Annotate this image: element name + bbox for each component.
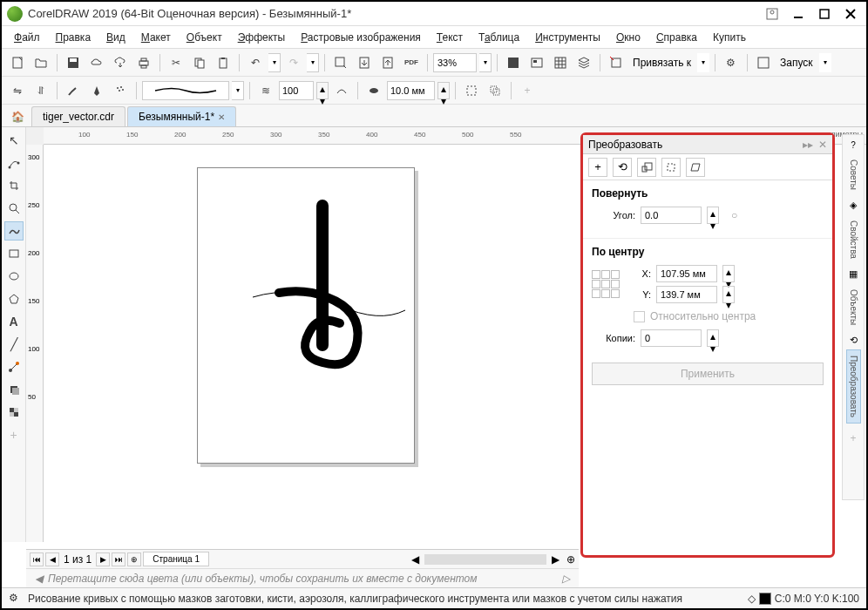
zoom-input[interactable]	[433, 53, 477, 72]
grid-button[interactable]	[550, 52, 571, 73]
transform-skew-icon[interactable]	[686, 158, 705, 177]
anchor-grid[interactable]	[592, 270, 620, 298]
page-first-icon[interactable]: ⏮	[30, 552, 44, 566]
menu-file[interactable]: Файл	[7, 29, 47, 46]
smoothing-icon[interactable]	[331, 80, 352, 101]
minimize-button[interactable]	[788, 5, 809, 23]
nib-size-spinner[interactable]: ▴▾	[437, 82, 450, 99]
vtab-objects[interactable]: Объекты	[846, 283, 861, 331]
spray-tool-icon[interactable]	[110, 80, 131, 101]
vertical-ruler[interactable]: 300 250 200 150 100 50	[26, 145, 44, 542]
docker-transform-icon[interactable]: ⟲	[850, 335, 858, 346]
bounding-box-icon[interactable]	[461, 80, 482, 101]
docker-close-icon[interactable]: ✕	[818, 139, 827, 151]
menu-text[interactable]: Текст	[430, 29, 470, 46]
transform-rotate-icon[interactable]: ⟲	[613, 158, 632, 177]
ellipse-tool[interactable]	[4, 267, 24, 286]
options-button[interactable]: ⚙	[721, 52, 742, 73]
x-spinner[interactable]: ▴▾	[722, 265, 735, 282]
undo-dropdown[interactable]: ▾	[268, 53, 281, 72]
palette-next-icon[interactable]: ▷	[562, 573, 570, 585]
cloud-down-button[interactable]	[110, 52, 131, 73]
paste-button[interactable]	[213, 52, 234, 73]
menu-help[interactable]: Справка	[649, 29, 704, 46]
hscroll-left-icon[interactable]: ◀	[411, 553, 419, 566]
snap-label[interactable]: Привязать к	[629, 57, 695, 69]
menu-view[interactable]: Вид	[99, 29, 132, 46]
connector-tool[interactable]	[4, 357, 24, 376]
add-preset-icon[interactable]: +	[517, 80, 538, 101]
shadow-tool[interactable]	[4, 380, 24, 399]
undo-button[interactable]: ↶	[245, 52, 266, 73]
cloud-button[interactable]	[86, 52, 107, 73]
status-gear-icon[interactable]: ⚙	[9, 592, 23, 606]
angle-direction-icon[interactable]: ○	[731, 209, 737, 221]
page-last-icon[interactable]: ⏭	[112, 552, 125, 566]
palette-prev-icon[interactable]: ◀	[35, 573, 43, 585]
close-button[interactable]	[840, 5, 861, 23]
page-next-icon[interactable]: ▶	[96, 552, 110, 566]
brush-tool-icon[interactable]	[63, 80, 84, 101]
print-button[interactable]	[133, 52, 154, 73]
hscroll-track[interactable]	[424, 554, 546, 565]
copies-spinner[interactable]: ▴▾	[707, 329, 719, 347]
add-docker-icon[interactable]: +	[850, 432, 856, 444]
x-input[interactable]	[656, 265, 717, 282]
menu-object[interactable]: Объект	[180, 29, 229, 46]
stroke-width-spinner[interactable]: ▴▾	[316, 82, 329, 99]
pdf-button[interactable]: PDF	[401, 52, 422, 73]
menu-tools[interactable]: Инструменты	[528, 29, 607, 46]
add-tool[interactable]: +	[4, 425, 24, 444]
dimension-tool[interactable]: ╱	[4, 335, 24, 354]
page-tab[interactable]: Страница 1	[143, 552, 209, 566]
nib-size-input[interactable]	[387, 81, 435, 100]
export-button[interactable]	[377, 52, 398, 73]
stroke-width-input[interactable]	[279, 81, 314, 100]
vtab-properties[interactable]: Свойства	[846, 214, 861, 265]
tab-untitled[interactable]: Безымянный-1*✕	[127, 106, 236, 126]
docker-objects-icon[interactable]: ▦	[849, 268, 858, 280]
home-tab-icon[interactable]: 🏠	[7, 107, 28, 126]
cut-button[interactable]: ✂	[166, 52, 186, 73]
docker-help-icon[interactable]: ?	[851, 140, 856, 150]
preview-button[interactable]	[526, 52, 547, 73]
document-palette[interactable]: ◀ Перетащите сюда цвета (или объекты), ч…	[26, 568, 579, 587]
layers-button[interactable]	[573, 52, 594, 73]
status-outline-icon[interactable]: ◇	[748, 593, 756, 605]
maximize-button[interactable]	[814, 5, 835, 23]
text-tool[interactable]: A	[4, 312, 24, 331]
pick-tool[interactable]: ↖	[4, 131, 24, 150]
menu-table[interactable]: Таблица	[471, 29, 526, 46]
select-overlap-icon[interactable]	[485, 80, 505, 101]
transform-size-icon[interactable]	[661, 158, 681, 177]
snap-dropdown[interactable]: ▾	[697, 53, 709, 72]
navigator-icon[interactable]: ⊕	[566, 553, 575, 566]
status-fill-swatch[interactable]	[759, 593, 771, 605]
angle-input[interactable]	[641, 207, 702, 224]
import-button[interactable]	[354, 52, 375, 73]
search-tool-button[interactable]	[330, 52, 351, 73]
freehand-tool[interactable]	[4, 221, 24, 241]
transform-position-icon[interactable]: +	[588, 158, 607, 177]
copy-button[interactable]	[189, 52, 210, 73]
y-input[interactable]	[656, 286, 717, 303]
menu-layout[interactable]: Макет	[134, 29, 178, 46]
transparency-tool[interactable]	[4, 403, 24, 422]
docker-properties-icon[interactable]: ◈	[850, 200, 857, 211]
new-doc-button[interactable]	[7, 52, 28, 73]
menu-effects[interactable]: Эффекты	[231, 29, 293, 46]
snap-icon[interactable]	[606, 52, 627, 73]
rectangle-tool[interactable]	[4, 244, 24, 263]
apply-button[interactable]: Применить	[592, 363, 824, 385]
tab-close-icon[interactable]: ✕	[218, 112, 225, 122]
zoom-dropdown[interactable]: ▾	[479, 53, 492, 72]
launch-label[interactable]: Запуск	[776, 57, 817, 69]
relative-checkbox[interactable]	[634, 311, 645, 322]
polygon-tool[interactable]	[4, 289, 24, 308]
stroke-preset[interactable]	[142, 81, 229, 100]
fullscreen-button[interactable]	[503, 52, 524, 73]
zoom-tool[interactable]	[4, 199, 24, 218]
shape-tool[interactable]	[4, 153, 24, 173]
nib-tool-icon[interactable]	[86, 80, 107, 101]
hscroll-right-icon[interactable]: ▶	[552, 553, 559, 566]
